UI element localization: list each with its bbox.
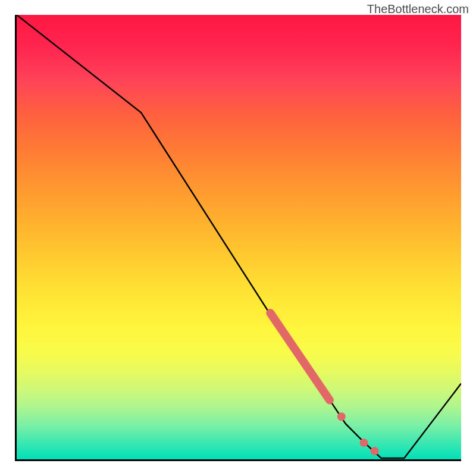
chart-svg: [17, 15, 461, 459]
chart-container: [15, 15, 461, 461]
highlight-segment-line: [270, 313, 330, 400]
marker-dot-1: [337, 412, 346, 421]
marker-dot-3: [371, 447, 379, 455]
bottleneck-curve-line: [17, 15, 461, 458]
marker-dot-2: [360, 439, 368, 447]
watermark-text: TheBottleneck.com: [367, 2, 469, 16]
